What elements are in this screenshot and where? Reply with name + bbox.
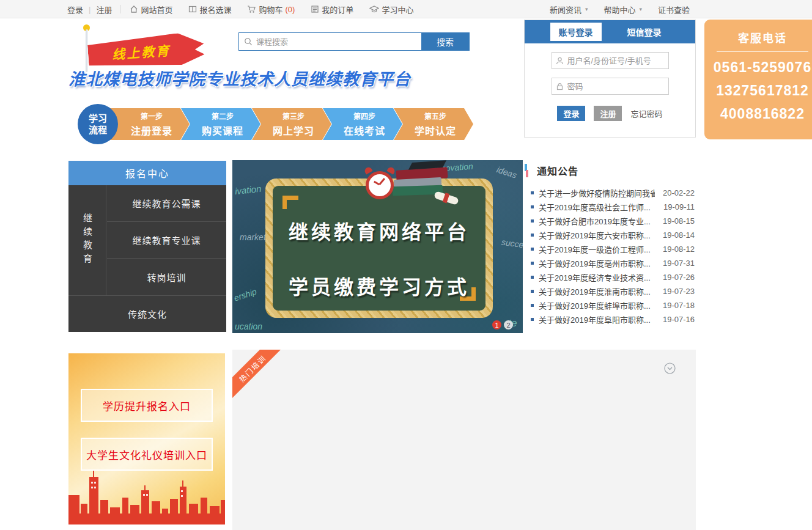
notice-item[interactable]: 关于2019年度一级造价工程师...19-08-12: [525, 242, 696, 256]
nav-home[interactable]: 网站首页: [130, 4, 172, 15]
nav-certificate-check[interactable]: 证书查验: [658, 4, 690, 15]
step-number: 第五步: [424, 111, 446, 121]
bullet-icon: [531, 248, 534, 251]
step-buy-course: 第二步 购买课程: [181, 108, 260, 140]
registration-center-menu: 报名中心 继续教育 继续教育公需课 继续教育专业课 转岗培训 传统文化: [68, 161, 226, 332]
collapse-chevron-icon[interactable]: [664, 363, 676, 374]
nav-course-select[interactable]: 报名选课: [188, 4, 231, 15]
register-link[interactable]: 注册: [96, 4, 112, 15]
login-link[interactable]: 登录: [67, 4, 83, 15]
notice-list: 关于进一步做好疫情防控期间我省...20-02-22 关于2019年度高级社会工…: [525, 186, 696, 326]
step-label: 网上学习: [273, 123, 314, 138]
nav-home-label: 网站首页: [141, 4, 172, 15]
notice-item[interactable]: 关于进一步做好疫情防控期间我省...20-02-22: [525, 186, 696, 200]
search-button[interactable]: 搜索: [421, 33, 469, 50]
bullet-icon: [531, 219, 534, 223]
banner-title-line1: 继续教育网络平台: [273, 216, 485, 245]
nav-news[interactable]: 新闻资讯▾: [550, 4, 588, 15]
tab-sms-login[interactable]: 短信登录: [619, 23, 670, 41]
learning-icon: [369, 5, 379, 13]
page: 登录 | 注册 网站首页 报名选课 购物车(0) 我的订: [0, 0, 812, 530]
notice-item[interactable]: 关于做好2019年度亳州市职称...19-07-31: [525, 256, 696, 270]
step-hours-certification: 第五步 学时认定: [394, 108, 473, 140]
nav-help[interactable]: 帮助中心▾: [603, 4, 642, 15]
customer-service-card: 客服电话 0561-5259076 13275617812 4008816822: [704, 20, 812, 139]
lock-icon: [556, 83, 564, 90]
main-banner[interactable]: ivation marketing ership ucation innovat…: [232, 160, 523, 333]
login-tabs: 账号登录 短信登录: [525, 20, 695, 43]
menu-item-public-course[interactable]: 继续教育公需课: [107, 185, 226, 222]
divider: [717, 51, 808, 52]
step-number: 第四步: [353, 111, 375, 121]
login-button[interactable]: 登录: [557, 106, 585, 121]
banner-doodle: ership: [232, 286, 257, 303]
banner-doodle: ucation: [235, 322, 262, 331]
alarm-clock-icon: [387, 166, 396, 175]
promo-link-etiquette[interactable]: 大学生文化礼仪培训入口: [81, 438, 213, 471]
register-button[interactable]: 注册: [594, 106, 622, 121]
banner-page-2[interactable]: 2: [504, 320, 513, 329]
promo-link-degree[interactable]: 学历提升报名入口: [81, 389, 213, 422]
username-input[interactable]: [567, 56, 668, 65]
banner-page-1[interactable]: 1: [492, 320, 501, 329]
nav-cart-label: 购物车: [259, 4, 282, 15]
menu-group-label: 继续教育: [81, 213, 94, 267]
menu-header-registration-center[interactable]: 报名中心: [68, 161, 226, 185]
forgot-password-link[interactable]: 忘记密码: [630, 108, 662, 119]
nav-my-orders[interactable]: 我的订单: [311, 4, 353, 15]
learning-process-line1: 学习: [89, 112, 107, 124]
notice-item[interactable]: 关于2019年度经济专业技术资...19-07-26: [525, 270, 696, 284]
hot-ribbon-wrap: 热门培训: [232, 350, 287, 405]
notice-item-title: 关于做好2019年度阜阳市职称...: [539, 314, 655, 325]
step-online-study: 第三步 网上学习: [252, 108, 331, 140]
orders-icon: [311, 5, 319, 13]
notice-item[interactable]: 关于做好2019年度蚌埠市职称...19-07-18: [525, 298, 696, 312]
nav-cart[interactable]: 购物车(0): [247, 4, 295, 15]
learning-process-badge: 学习 流程: [78, 104, 118, 144]
flag-text: 线上教育: [111, 40, 171, 63]
notice-item-title: 关于做好2019年度六安市职称...: [539, 229, 655, 241]
notice-item-title: 关于2019年度高级社会工作师...: [539, 201, 655, 213]
search-icon: [244, 37, 253, 46]
bullet-icon: [531, 304, 534, 307]
hot-training-ribbon[interactable]: 热门培训: [232, 350, 287, 403]
notice-item[interactable]: 关于做好合肥市2019年度专业...19-08-15: [525, 214, 696, 228]
city-skyline-graphic: [68, 469, 225, 524]
notice-item[interactable]: 关于做好2019年度六安市职称...19-08-14: [525, 228, 696, 242]
nav-my-orders-label: 我的订单: [322, 4, 353, 15]
promo-panel: 学历提升报名入口 大学生文化礼仪培训入口: [68, 353, 225, 524]
site-logo: 线上教育: [86, 24, 208, 72]
tab-account-login[interactable]: 账号登录: [550, 23, 602, 41]
step-label: 学时认定: [415, 123, 456, 138]
service-phone: 0561-5259076: [704, 56, 812, 79]
password-input[interactable]: [567, 82, 668, 91]
learning-process-line2: 流程: [89, 124, 107, 136]
notice-item[interactable]: 关于做好2019年度阜阳市职称...19-07-16: [525, 312, 696, 326]
notice-item[interactable]: 关于2019年度高级社会工作师...19-09-11: [525, 200, 696, 214]
course-search-bar: 搜索: [238, 32, 470, 51]
notice-item-date: 19-07-18: [663, 301, 696, 310]
step-number: 第二步: [212, 111, 234, 121]
nav-course-select-label: 报名选课: [199, 4, 231, 15]
notice-panel-title: 通知公告: [537, 163, 578, 178]
banner-doodle: ivation: [234, 183, 262, 196]
alarm-clock-icon: [366, 171, 394, 199]
notice-item-date: 20-02-22: [663, 188, 696, 197]
step-label: 注册登录: [131, 123, 172, 138]
notice-item-title: 关于2019年度一级造价工程师...: [539, 243, 655, 255]
divider: |: [89, 5, 90, 14]
nav-learning-center[interactable]: 学习中心: [369, 4, 413, 15]
notice-item-date: 19-07-26: [663, 273, 696, 282]
chalkboard: 继续教育网络平台 学员缴费学习方式: [265, 179, 493, 318]
site-title: 淮北煤电技师学院专业技术人员继续教育平台: [68, 66, 496, 90]
menu-item-transfer-training[interactable]: 转岗培训: [107, 259, 226, 295]
step-number: 第三步: [282, 111, 304, 121]
service-phone: 13275617812: [704, 79, 812, 102]
notice-item-date: 19-07-16: [663, 315, 696, 324]
search-input[interactable]: [256, 34, 421, 50]
menu-group-continuing-education: 继续教育: [68, 185, 106, 295]
menu-item-professional-course[interactable]: 继续教育专业课: [107, 222, 226, 259]
notice-item[interactable]: 关于做好2019年度淮南市职称...19-07-23: [525, 284, 696, 298]
nav-help-label: 帮助中心: [603, 4, 635, 15]
menu-item-traditional-culture[interactable]: 传统文化: [68, 295, 226, 332]
